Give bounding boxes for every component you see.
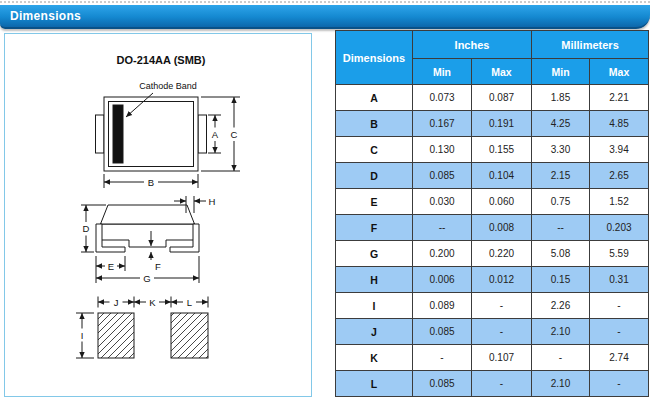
package-top-view <box>96 93 241 189</box>
value-cell: 0.012 <box>472 267 532 293</box>
value-cell: 0.203 <box>590 215 649 241</box>
value-cell: 2.74 <box>590 345 649 371</box>
value-cell: 5.59 <box>590 241 649 267</box>
value-cell: 3.94 <box>590 137 649 163</box>
dim-h-label: H <box>209 196 216 207</box>
value-cell: 0.155 <box>472 137 532 163</box>
value-cell: 0.060 <box>472 189 532 215</box>
col-header-millimeters: Millimeters <box>532 31 649 59</box>
value-cell: 2.21 <box>590 85 649 111</box>
value-cell: 0.008 <box>472 215 532 241</box>
table-row: E 0.030 0.060 0.75 1.52 <box>336 189 649 215</box>
section-title: Dimensions <box>0 5 650 27</box>
value-cell: 0.006 <box>413 267 472 293</box>
land-pad-left <box>98 313 134 358</box>
dim-letter-cell: H <box>336 267 413 293</box>
dim-i-label: I <box>81 330 84 341</box>
value-cell: 0.030 <box>413 189 472 215</box>
table-row: I 0.089 - 2.26 - <box>336 293 649 319</box>
value-cell: 0.75 <box>532 189 590 215</box>
dim-e-label: E <box>108 261 114 272</box>
dim-d-label: D <box>83 223 90 234</box>
table-row: H 0.006 0.012 0.15 0.31 <box>336 267 649 293</box>
value-cell: -- <box>413 215 472 241</box>
dim-letter-cell: G <box>336 241 413 267</box>
value-cell: - <box>532 345 590 371</box>
side-body-cap <box>101 205 195 224</box>
col-header-mm-max: Max <box>590 59 649 85</box>
col-header-mm-min: Min <box>532 59 590 85</box>
package-drawing: DO-214AA (SMB) Cathode Band A <box>5 34 311 396</box>
value-cell: 0.130 <box>413 137 472 163</box>
package-title: DO-214AA (SMB) <box>117 54 206 66</box>
table-row: K - 0.107 - 2.74 <box>336 345 649 371</box>
value-cell: - <box>472 319 532 345</box>
value-cell: 4.85 <box>590 111 649 137</box>
side-body <box>101 224 195 247</box>
section-header-bar: Dimensions <box>0 5 650 29</box>
dim-letter-cell: J <box>336 319 413 345</box>
cathode-band-label: Cathode Band <box>139 81 197 91</box>
value-cell: 1.85 <box>532 85 590 111</box>
value-cell: - <box>413 345 472 371</box>
value-cell: 0.167 <box>413 111 472 137</box>
value-cell: 0.104 <box>472 163 532 189</box>
table-row: C 0.130 0.155 3.30 3.94 <box>336 137 649 163</box>
table-row: F -- 0.008 -- 0.203 <box>336 215 649 241</box>
dim-l-label: L <box>187 297 192 308</box>
dim-letter-cell: C <box>336 137 413 163</box>
dim-letter-cell: I <box>336 293 413 319</box>
value-cell: 0.31 <box>590 267 649 293</box>
land-pad-right <box>171 313 208 358</box>
value-cell: 0.200 <box>413 241 472 267</box>
table-row: J 0.085 - 2.10 - <box>336 319 649 345</box>
value-cell: 5.08 <box>532 241 590 267</box>
value-cell: - <box>472 293 532 319</box>
value-cell: 0.15 <box>532 267 590 293</box>
value-cell: 2.10 <box>532 371 590 397</box>
col-header-inches-min: Min <box>413 59 472 85</box>
value-cell: 0.191 <box>472 111 532 137</box>
col-header-inches-max: Max <box>472 59 532 85</box>
col-header-dimensions: Dimensions <box>336 31 413 85</box>
value-cell: -- <box>532 215 590 241</box>
value-cell: 0.085 <box>413 163 472 189</box>
dim-a-label: A <box>212 129 219 140</box>
value-cell: 2.26 <box>532 293 590 319</box>
table-row: B 0.167 0.191 4.25 4.85 <box>336 111 649 137</box>
table-row: A 0.073 0.087 1.85 2.21 <box>336 85 649 111</box>
value-cell: - <box>590 293 649 319</box>
value-cell: 2.65 <box>590 163 649 189</box>
cathode-terminal <box>198 115 207 153</box>
dim-letter-cell: A <box>336 85 413 111</box>
value-cell: 4.25 <box>532 111 590 137</box>
cathode-band <box>113 105 123 163</box>
table-row: L 0.085 - 2.10 - <box>336 371 649 397</box>
dim-f-label: F <box>155 261 161 272</box>
dim-letter-cell: D <box>336 163 413 189</box>
value-cell: 0.085 <box>413 319 472 345</box>
dim-letter-cell: L <box>336 371 413 397</box>
table-row: D 0.085 0.104 2.15 2.65 <box>336 163 649 189</box>
package-drawing-panel: DO-214AA (SMB) Cathode Band A <box>4 33 312 397</box>
value-cell: 0.085 <box>413 371 472 397</box>
value-cell: 0.089 <box>413 293 472 319</box>
dim-c-label: C <box>231 129 238 140</box>
value-cell: 0.220 <box>472 241 532 267</box>
anode-terminal <box>96 115 105 153</box>
value-cell: - <box>472 371 532 397</box>
table-row: G 0.200 0.220 5.08 5.59 <box>336 241 649 267</box>
dimensions-table: Dimensions Inches Millimeters Min Max Mi… <box>335 30 649 397</box>
dim-k-label: K <box>149 297 156 308</box>
dim-j-label: J <box>114 297 119 308</box>
top-dotted-divider <box>0 1 650 3</box>
value-cell: 0.087 <box>472 85 532 111</box>
value-cell: - <box>590 319 649 345</box>
dim-g-label: G <box>143 273 150 284</box>
value-cell: 1.52 <box>590 189 649 215</box>
value-cell: 3.30 <box>532 137 590 163</box>
dim-b-label: B <box>148 177 154 188</box>
col-header-inches: Inches <box>413 31 532 59</box>
dim-letter-cell: B <box>336 111 413 137</box>
value-cell: 0.107 <box>472 345 532 371</box>
